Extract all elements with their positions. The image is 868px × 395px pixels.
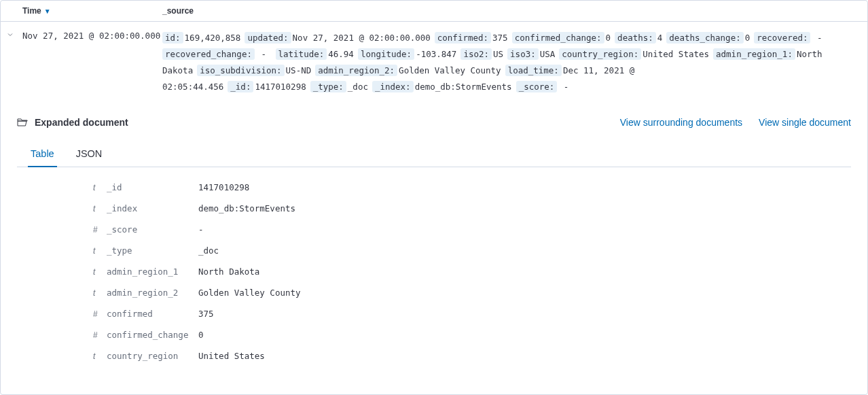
sort-desc-icon: ▼ <box>44 7 51 15</box>
row-source: id:169,420,858updated:Nov 27, 2021 @ 02:… <box>162 30 854 95</box>
folder-open-icon <box>17 117 28 128</box>
source-field-value: 4 <box>657 33 663 43</box>
source-field-value: - <box>558 82 568 92</box>
view-single-link[interactable]: View single document <box>759 117 851 128</box>
source-field-key: iso3: <box>507 48 539 60</box>
field-value: Golden Valley County <box>198 288 301 298</box>
field-value: 1417010298 <box>198 182 249 192</box>
chevron-down-icon <box>6 31 14 39</box>
source-field-key: updated: <box>245 32 291 44</box>
tab-json[interactable]: JSON <box>73 143 105 167</box>
source-header-label: _source <box>162 6 194 16</box>
expanded-title: Expanded document <box>17 117 128 128</box>
tab-table[interactable]: Table <box>28 143 57 167</box>
source-field-key: admin_region_2: <box>315 65 397 76</box>
source-field-key: confirmed: <box>435 32 491 44</box>
field-type-icon: t <box>93 267 107 277</box>
source-field-key: iso2: <box>460 48 492 60</box>
source-field-key: longitude: <box>358 48 414 60</box>
column-header-time[interactable]: Time ▼ <box>22 6 162 16</box>
result-row: Nov 27, 2021 @ 02:00:00.000 id:169,420,8… <box>1 22 867 95</box>
field-name: _id <box>107 182 198 192</box>
expanded-title-text: Expanded document <box>35 117 128 128</box>
source-field-key: _id: <box>228 81 253 92</box>
field-type-icon: t <box>93 351 107 361</box>
field-row: tadmin_region_1North Dakota <box>93 261 851 282</box>
source-field-key: _index: <box>372 81 414 92</box>
expand-toggle[interactable] <box>6 30 22 95</box>
field-value: _doc <box>198 245 219 256</box>
source-field-value: USA <box>540 49 556 59</box>
row-timestamp: Nov 27, 2021 @ 02:00:00.000 <box>22 30 162 95</box>
field-name: admin_region_1 <box>107 267 198 277</box>
field-type-icon: t <box>93 204 107 213</box>
source-field-value: _doc <box>348 82 368 92</box>
source-field-key: recovered: <box>754 32 810 44</box>
discover-panel: Time ▼ _source Nov 27, 2021 @ 02:00:00.0… <box>0 0 868 395</box>
field-value: 375 <box>198 309 214 319</box>
view-surrounding-link[interactable]: View surrounding documents <box>620 117 742 128</box>
document-links: View surrounding documents View single d… <box>620 117 851 128</box>
source-field-value: -103.847 <box>416 49 456 59</box>
source-field-value: US <box>493 49 503 59</box>
source-field-value: - <box>256 49 272 59</box>
field-row: tcountry_regionUnited States <box>93 345 851 366</box>
column-header-source[interactable]: _source <box>162 6 867 16</box>
field-row: #_score - <box>93 219 851 240</box>
field-type-icon: t <box>93 183 107 192</box>
field-value: - <box>198 224 204 235</box>
field-row: t_id1417010298 <box>93 177 851 198</box>
field-name: _index <box>107 203 198 213</box>
field-name: country_region <box>107 351 198 361</box>
source-field-key: deaths_change: <box>666 32 743 44</box>
source-field-value: 169,420,858 <box>185 33 241 43</box>
field-value: 0 <box>198 330 204 340</box>
field-row: #confirmed375 <box>93 303 851 324</box>
field-type-icon: # <box>93 225 107 235</box>
field-value: demo_db:StormEvents <box>198 203 295 213</box>
source-field-value: Golden Valley County <box>399 65 501 75</box>
source-field-value: 1417010298 <box>255 82 306 92</box>
field-table: t_id1417010298t_indexdemo_db:StormEvents… <box>17 167 851 366</box>
source-field-value: demo_db:StormEvents <box>415 82 512 92</box>
results-header: Time ▼ _source <box>1 1 867 22</box>
source-field-key: _type: <box>310 81 346 92</box>
field-name: admin_region_2 <box>107 288 198 298</box>
source-field-key: iso_subdivision: <box>197 65 284 76</box>
expanded-header: Expanded document View surrounding docum… <box>17 117 851 128</box>
source-field-key: recovered_change: <box>162 48 255 60</box>
source-field-key: admin_region_1: <box>713 48 795 60</box>
field-value: North Dakota <box>198 267 259 277</box>
source-field-key: _score: <box>516 81 558 92</box>
field-value: United States <box>198 351 265 361</box>
source-field-key: id: <box>162 32 183 44</box>
expanded-document: Expanded document View surrounding docum… <box>1 95 867 366</box>
source-field-value: United States <box>643 49 709 59</box>
field-row: t_indexdemo_db:StormEvents <box>93 198 851 219</box>
source-field-key: confirmed_change: <box>512 32 604 44</box>
source-field-value: 0 <box>606 33 611 43</box>
source-field-value: 0 <box>745 33 751 43</box>
source-field-value: 375 <box>492 33 508 43</box>
source-field-value: US-ND <box>286 65 312 75</box>
field-type-icon: # <box>93 330 107 340</box>
field-name: confirmed_change <box>107 330 198 340</box>
field-row: tadmin_region_2Golden Valley County <box>93 282 851 303</box>
source-field-value: - <box>812 33 822 43</box>
source-field-key: country_region: <box>559 48 641 60</box>
doc-tabs: Table JSON <box>17 143 851 167</box>
source-field-key: latitude: <box>276 48 327 60</box>
source-field-key: deaths: <box>615 32 656 44</box>
field-type-icon: # <box>93 309 107 319</box>
field-row: #confirmed_change0 <box>93 324 851 345</box>
source-field-value: 46.94 <box>328 49 354 59</box>
field-type-icon: t <box>93 246 107 256</box>
field-type-icon: t <box>93 288 107 298</box>
source-field-value: Nov 27, 2021 @ 02:00:00.000 <box>293 33 431 43</box>
time-header-label: Time <box>22 6 41 16</box>
source-field-key: load_time: <box>505 65 562 76</box>
field-name: _score <box>107 224 198 235</box>
field-row: t_type_doc <box>93 240 851 261</box>
field-name: _type <box>107 245 198 256</box>
field-name: confirmed <box>107 309 198 319</box>
